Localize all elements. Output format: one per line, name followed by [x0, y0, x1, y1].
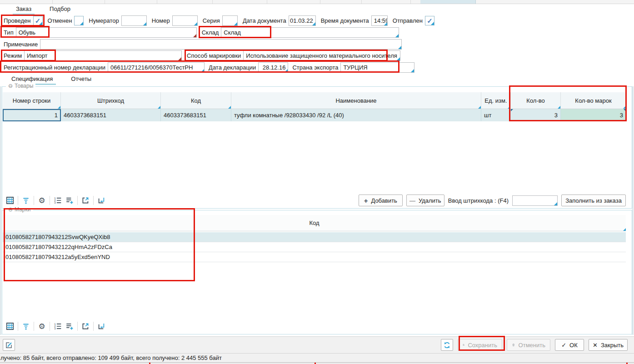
col-barcode[interactable]: Штрихкод [61, 92, 161, 109]
numbered-list-icon[interactable] [52, 194, 64, 206]
otmenen-checkbox[interactable] [74, 16, 84, 25]
tip-input[interactable]: Обувь [16, 27, 197, 38]
header-row-4: Режим Импорт Способ маркировки Использов… [2, 50, 400, 61]
mark-row[interactable]: 0108058271807943212a5yExd5enYND [3, 252, 626, 262]
list-add-icon[interactable] [64, 194, 75, 206]
checkbox-check-icon: ✓ [35, 17, 41, 25]
barcode-entry-input[interactable] [512, 195, 558, 206]
nomer-input[interactable] [172, 15, 198, 26]
refresh-icon [443, 341, 451, 349]
close-icon: ✕ [593, 342, 598, 349]
numerator-label: Нумератор [87, 17, 121, 24]
delete-button[interactable]: — Удалить [406, 194, 444, 206]
gear-icon[interactable]: ⚙ [36, 194, 48, 206]
ok-button[interactable]: ✓ ОК [555, 339, 584, 351]
numerator-input[interactable] [121, 15, 147, 26]
trash-icon [512, 341, 515, 349]
marks-group-label: ⊖ Марки [6, 206, 33, 213]
checkbox-check-icon: ✓ [427, 17, 433, 25]
tab-podbor[interactable]: Подбор [46, 4, 74, 15]
proveden-checkbox[interactable]: ✓ [33, 16, 43, 25]
doc-time-label: Время документа [319, 17, 371, 24]
check-icon: ✓ [561, 342, 566, 349]
col-marks-quantity[interactable]: Кол-во марок [561, 92, 626, 109]
otmenen-label: Отменен [46, 17, 75, 24]
seriya-label: Серия [201, 17, 222, 24]
cell-quantity[interactable]: 3 [511, 109, 561, 121]
export-country-label: Страна экспорта [291, 64, 340, 71]
col-name[interactable]: Наименование [231, 92, 481, 109]
decl-date-input[interactable]: 28.12.16 [258, 62, 288, 73]
parent-active-tab-remnant [420, 0, 476, 4]
tab-zakaz[interactable]: Заказ [13, 4, 35, 15]
products-header-row: Номер строки Штрихкод Код Наименование Е… [3, 92, 626, 109]
reg-number-input[interactable]: 06611/271216/0056370ТестРН [108, 62, 205, 73]
products-group-label: ⊖ Товары [6, 83, 35, 89]
sposob-input[interactable]: Использование защищенного материального … [243, 50, 400, 61]
header-row-2: Тип Обувь Склад Склад [2, 27, 399, 38]
mark-row[interactable]: 01080582718079432122qHmA2zFDzCa [3, 242, 626, 252]
marks-toolbar: ⚙ [4, 320, 107, 333]
action-bar: Сохранить Отменить ✓ ОК ✕ Закрыть [0, 336, 634, 353]
reg-number-label: Регистрационный номер декларации [2, 64, 108, 71]
add-button[interactable]: + Добавить [359, 194, 403, 206]
rezhim-input[interactable]: Импорт [24, 50, 182, 61]
collapse-icon[interactable]: ⊖ [8, 206, 13, 213]
open-external-icon[interactable] [80, 194, 91, 206]
save-button[interactable]: Сохранить [458, 339, 502, 351]
decl-date-label: Дата декларации [207, 64, 258, 71]
sklad-input[interactable]: Склад [221, 27, 399, 38]
cell-barcode[interactable]: 4603373683151 [61, 109, 161, 121]
open-external-icon[interactable] [80, 320, 91, 332]
parent-tabs-strip [0, 0, 634, 4]
grid-settings-icon[interactable] [4, 194, 16, 206]
cell-line-number[interactable]: 1 [3, 109, 61, 121]
primechanie-input[interactable] [40, 39, 402, 50]
product-table-row[interactable]: 1 4603373683151 4603373683151 туфли комн… [3, 109, 626, 121]
primechanie-label: Примечание [2, 41, 40, 48]
filter-icon[interactable] [20, 194, 32, 206]
products-group: ⊖ Товары Номер строки Штрихкод Код Наиме… [2, 86, 632, 209]
edit-button[interactable] [3, 339, 15, 351]
collapse-icon[interactable]: ⊖ [8, 83, 13, 89]
marks-header-row[interactable]: Код [3, 215, 626, 231]
minus-icon: — [409, 197, 415, 204]
cell-code[interactable]: 4603373683151 [161, 109, 231, 121]
doc-date-input[interactable]: 01.03.22 [289, 15, 316, 26]
reload-icon[interactable] [95, 194, 107, 206]
refresh-button[interactable] [441, 339, 453, 351]
window-right-frame [632, 86, 634, 335]
cell-unit[interactable]: шт [481, 109, 511, 121]
save-icon [463, 341, 464, 349]
cell-marks-quantity[interactable]: 3 [561, 109, 626, 121]
fill-from-order-button[interactable]: Заполнить из заказа [561, 194, 626, 206]
col-line-number[interactable]: Номер строки [3, 92, 61, 109]
filter-icon[interactable] [20, 320, 32, 332]
gear-icon[interactable]: ⚙ [36, 320, 48, 332]
tab-otchety[interactable]: Отчеты [68, 74, 95, 85]
close-button[interactable]: ✕ Закрыть [589, 339, 628, 351]
sklad-label: Склад [200, 29, 221, 36]
col-code[interactable]: Код [161, 92, 231, 109]
header-row-3: Примечание [2, 39, 402, 50]
col-unit[interactable]: Ед. изм. [481, 92, 511, 109]
list-add-icon[interactable] [64, 320, 75, 332]
col-quantity[interactable]: Кол-во [511, 92, 561, 109]
doc-time-input[interactable]: 14:59 [371, 15, 388, 26]
status-text: лучено: 85 байт, всего отправлено: 109 4… [0, 354, 222, 361]
grid-settings-icon[interactable] [4, 320, 16, 332]
otpravlen-checkbox[interactable]: ✓ [425, 16, 434, 25]
plus-icon: + [364, 197, 368, 204]
products-toolbar: ⚙ [4, 194, 107, 207]
numbered-list-icon[interactable] [52, 320, 64, 332]
cancel-button[interactable]: Отменить [507, 339, 550, 351]
otpravlen-label: Отправлен [391, 17, 425, 24]
application-window: Заказ Подбор Проведен ✓ Отменен Нумерато… [0, 0, 634, 364]
doc-date-label: Дата документа [241, 17, 289, 24]
seriya-input[interactable] [222, 15, 238, 26]
reload-icon[interactable] [95, 320, 107, 332]
export-country-input[interactable]: ТУРЦИЯ [340, 62, 414, 73]
action-bar-right: Сохранить Отменить ✓ ОК ✕ Закрыть [441, 339, 628, 351]
mark-row[interactable]: 0108058271807943212SvwQKyeQXib8 [3, 232, 626, 242]
cell-name[interactable]: туфли комнатные /928033430 /92 /L (40) [231, 109, 481, 121]
